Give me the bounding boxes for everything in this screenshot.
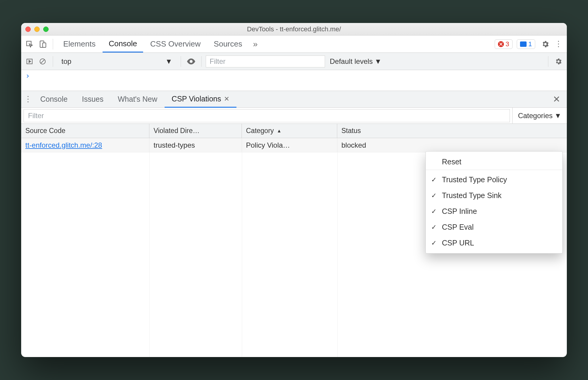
menu-item-csp-url[interactable]: ✓ CSP URL [426, 235, 562, 251]
titlebar: DevTools - tt-enforced.glitch.me/ [21, 23, 567, 35]
drawer-tab-csp-violations[interactable]: CSP Violations ✕ [165, 91, 237, 108]
menu-item-trusted-type-sink[interactable]: ✓ Trusted Type Sink [426, 188, 562, 203]
close-drawer-icon[interactable]: ✕ [548, 94, 565, 104]
context-selector[interactable]: top ▼ [57, 55, 177, 67]
clear-console-icon[interactable] [37, 55, 49, 67]
message-count: 1 [528, 40, 532, 48]
more-tabs-icon[interactable]: » [249, 38, 261, 50]
tab-elements[interactable]: Elements [57, 35, 101, 52]
menu-item-trusted-type-policy[interactable]: ✓ Trusted Type Policy [426, 172, 562, 188]
col-category[interactable]: Category ▲ [242, 124, 337, 138]
console-settings-icon[interactable] [553, 55, 564, 67]
message-count-badge[interactable]: 1 [517, 39, 535, 49]
col-violated-directive[interactable]: Violated Dire… [149, 124, 242, 138]
inspect-icon[interactable] [24, 38, 35, 50]
minimize-icon[interactable] [34, 27, 40, 32]
console-output[interactable]: › [21, 70, 567, 91]
divider [181, 56, 181, 67]
col-status[interactable]: Status [337, 124, 567, 138]
categories-label: Categories [518, 112, 553, 120]
devtools-window: DevTools - tt-enforced.glitch.me/ Elemen… [21, 23, 567, 357]
console-prompt-icon: › [25, 71, 30, 80]
check-icon: ✓ [431, 208, 437, 215]
check-icon: ✓ [431, 239, 437, 247]
live-expression-icon[interactable] [185, 55, 197, 67]
check-icon: ✓ [431, 192, 437, 200]
table-header: Source Code Violated Dire… Category ▲ St… [21, 124, 567, 138]
menu-item-csp-eval[interactable]: ✓ CSP Eval [426, 219, 562, 235]
window-controls [25, 27, 49, 32]
violations-filter-input[interactable] [24, 109, 510, 122]
chevron-down-icon: ▼ [554, 112, 561, 120]
context-value: top [61, 57, 71, 66]
categories-dropdown[interactable]: Categories ▼ [512, 108, 567, 123]
check-icon: ✓ [431, 223, 437, 231]
error-count-badge[interactable]: 3 [495, 39, 513, 49]
check-icon: ✓ [431, 176, 437, 184]
drawer-tab-whats-new[interactable]: What's New [111, 91, 165, 107]
sort-asc-icon: ▲ [277, 128, 281, 134]
kebab-icon[interactable]: ⋮ [553, 38, 564, 50]
tab-sources[interactable]: Sources [208, 35, 248, 52]
console-toolbar: top ▼ Default levels ▼ [21, 53, 567, 70]
zoom-icon[interactable] [43, 27, 49, 32]
message-icon [520, 41, 527, 47]
window-title: DevTools - tt-enforced.glitch.me/ [21, 25, 567, 33]
menu-item-csp-inline[interactable]: ✓ CSP Inline [426, 203, 562, 219]
chevron-down-icon: ▼ [375, 57, 382, 66]
error-count: 3 [506, 40, 509, 48]
sidebar-toggle-icon[interactable] [24, 55, 35, 67]
table-row[interactable]: tt-enforced.glitch.me/:28 trusted-types … [21, 138, 567, 152]
drawer-tab-issues[interactable]: Issues [75, 91, 111, 107]
log-levels-selector[interactable]: Default levels ▼ [330, 57, 382, 66]
device-toggle-icon[interactable] [37, 38, 49, 50]
drawer-tab-label: CSP Violations [172, 95, 221, 103]
main-tabstrip: Elements Console CSS Overview Sources » … [21, 35, 567, 53]
console-filter-input[interactable] [206, 55, 325, 67]
cell-status: blocked [337, 138, 567, 152]
chevron-down-icon: ▼ [165, 57, 172, 66]
settings-icon[interactable] [539, 38, 551, 50]
divider [548, 56, 548, 67]
categories-menu: Reset ✓ Trusted Type Policy ✓ Trusted Ty… [425, 151, 563, 254]
violations-filter-row: Categories ▼ [21, 108, 567, 124]
cell-directive: trusted-types [149, 138, 242, 152]
divider [201, 56, 202, 67]
divider [53, 39, 53, 50]
error-icon [498, 41, 504, 47]
menu-reset[interactable]: Reset [426, 154, 562, 170]
close-tab-icon[interactable]: ✕ [224, 95, 229, 103]
drawer-menu-icon[interactable]: ⋮ [23, 95, 33, 104]
drawer-tabstrip: ⋮ Console Issues What's New CSP Violatio… [21, 91, 567, 108]
tab-css-overview[interactable]: CSS Overview [144, 35, 207, 52]
divider [53, 56, 53, 67]
tab-console[interactable]: Console [103, 35, 143, 52]
drawer-tab-console[interactable]: Console [33, 91, 75, 107]
cell-category: Policy Viola… [242, 138, 337, 152]
svg-rect-2 [43, 43, 46, 47]
levels-label: Default levels [330, 57, 373, 66]
cell-source-code[interactable]: tt-enforced.glitch.me/:28 [25, 141, 102, 149]
close-icon[interactable] [25, 27, 31, 32]
col-source-code[interactable]: Source Code [21, 124, 149, 138]
